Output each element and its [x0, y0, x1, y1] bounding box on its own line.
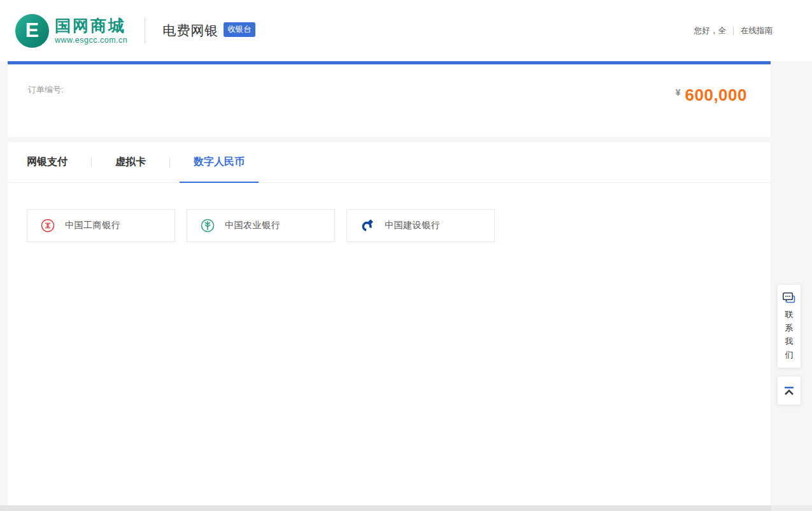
header-divider — [145, 18, 145, 43]
brand-logo-icon: E — [15, 14, 49, 48]
bank-name: 中国工商银行 — [65, 220, 120, 231]
horizontal-scrollbar-thumb[interactable] — [0, 505, 771, 511]
icbc-bank-icon — [41, 219, 55, 233]
bank-option-abc[interactable]: 中国农业银行 — [187, 209, 335, 242]
header-right: 您好，全 在线指南 — [694, 25, 773, 36]
brand-name: 国网商城 — [55, 17, 127, 34]
contact-label-char: 系 — [785, 324, 794, 333]
bank-option-icbc[interactable]: 中国工商银行 — [27, 209, 175, 242]
cashier-badge: 收银台 — [224, 22, 255, 37]
order-summary-card: 订单编号: ¥ 600,000 — [8, 64, 771, 137]
bank-list: 中国工商银行 中国农业银行 中国建设银行 — [8, 183, 771, 242]
bank-name: 中国农业银行 — [225, 220, 280, 231]
order-number-label: 订单编号: — [28, 84, 64, 96]
chat-icon — [782, 292, 796, 305]
logo-text: 国网商城 www.esgcc.com.cn — [55, 17, 127, 45]
currency-symbol: ¥ — [676, 87, 681, 97]
user-greeting: 您好，全 — [694, 25, 726, 36]
main-content: 订单编号: ¥ 600,000 网银支付 虚拟卡 数字人民币 — [8, 61, 771, 505]
back-to-top-icon — [783, 386, 795, 396]
contact-label-char: 联 — [785, 310, 794, 319]
cashier-page: E 国网商城 www.esgcc.com.cn 电费网银 收银台 您好，全 在线… — [0, 0, 812, 511]
tab-netbank-pay[interactable]: 网银支付 — [25, 142, 69, 182]
bank-option-ccb[interactable]: 中国建设银行 — [346, 209, 495, 242]
greeting-divider — [733, 27, 734, 35]
site-logo[interactable]: E 国网商城 www.esgcc.com.cn — [15, 14, 127, 48]
payment-method-tabs: 网银支付 虚拟卡 数字人民币 — [8, 142, 771, 183]
brand-url: www.esgcc.com.cn — [55, 36, 127, 45]
tab-divider — [91, 157, 92, 167]
header: E 国网商城 www.esgcc.com.cn 电费网银 收银台 您好，全 在线… — [0, 0, 812, 61]
page-title: 电费网银 — [162, 22, 218, 40]
contact-label-char: 们 — [785, 350, 794, 359]
tab-divider — [169, 157, 170, 167]
floating-side-panel: 联 系 我 们 — [778, 285, 801, 405]
tab-digital-rmb[interactable]: 数字人民币 — [192, 142, 246, 182]
amount-value: 600,000 — [685, 85, 747, 105]
payment-panel: 网银支付 虚拟卡 数字人民币 中国工商银行 — [8, 142, 771, 505]
contact-label-char: 我 — [785, 337, 794, 346]
tab-virtual-card[interactable]: 虚拟卡 — [114, 142, 147, 182]
online-guide-link[interactable]: 在线指南 — [741, 25, 773, 36]
bank-name: 中国建设银行 — [385, 220, 440, 231]
ccb-bank-icon — [360, 219, 374, 233]
abc-bank-icon — [201, 219, 215, 233]
horizontal-scrollbar[interactable] — [0, 505, 812, 511]
back-to-top-button[interactable] — [778, 377, 801, 405]
contact-us-button[interactable]: 联 系 我 们 — [778, 285, 801, 368]
order-amount: ¥ 600,000 — [676, 85, 747, 105]
